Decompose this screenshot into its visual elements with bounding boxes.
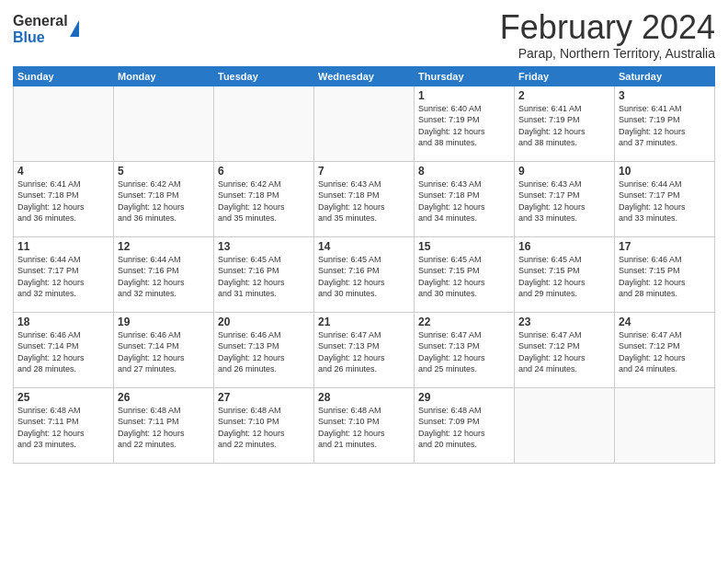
day-number: 14 bbox=[318, 240, 410, 253]
day-info: Sunrise: 6:47 AM Sunset: 7:13 PM Dayligh… bbox=[318, 329, 410, 375]
header-row: Sunday Monday Tuesday Wednesday Thursday… bbox=[14, 66, 715, 86]
logo-triangle-icon bbox=[70, 20, 79, 37]
table-cell bbox=[515, 387, 615, 463]
table-row: 25Sunrise: 6:48 AM Sunset: 7:11 PM Dayli… bbox=[14, 387, 715, 463]
table-cell: 4Sunrise: 6:41 AM Sunset: 7:18 PM Daylig… bbox=[14, 161, 114, 236]
day-number: 18 bbox=[17, 316, 109, 328]
table-cell: 14Sunrise: 6:45 AM Sunset: 7:16 PM Dayli… bbox=[314, 236, 415, 312]
day-number: 24 bbox=[619, 316, 711, 328]
day-info: Sunrise: 6:45 AM Sunset: 7:15 PM Dayligh… bbox=[518, 254, 610, 300]
day-number: 20 bbox=[218, 316, 310, 328]
calendar-page: General Blue February 2024 Parap, Northe… bbox=[0, 0, 728, 563]
table-cell: 27Sunrise: 6:48 AM Sunset: 7:10 PM Dayli… bbox=[214, 387, 314, 463]
day-info: Sunrise: 6:43 AM Sunset: 7:18 PM Dayligh… bbox=[418, 178, 510, 224]
day-number: 23 bbox=[518, 316, 610, 328]
day-number: 16 bbox=[518, 240, 610, 253]
day-info: Sunrise: 6:45 AM Sunset: 7:15 PM Dayligh… bbox=[418, 254, 510, 300]
table-cell: 15Sunrise: 6:45 AM Sunset: 7:15 PM Dayli… bbox=[415, 236, 515, 312]
table-cell: 2Sunrise: 6:41 AM Sunset: 7:19 PM Daylig… bbox=[515, 86, 615, 161]
table-row: 18Sunrise: 6:46 AM Sunset: 7:14 PM Dayli… bbox=[14, 312, 715, 387]
day-number: 4 bbox=[17, 165, 109, 178]
day-info: Sunrise: 6:44 AM Sunset: 7:16 PM Dayligh… bbox=[118, 254, 210, 300]
table-cell: 26Sunrise: 6:48 AM Sunset: 7:11 PM Dayli… bbox=[114, 387, 214, 463]
logo: General Blue bbox=[13, 13, 79, 45]
day-number: 28 bbox=[318, 391, 410, 404]
table-row: 4Sunrise: 6:41 AM Sunset: 7:18 PM Daylig… bbox=[14, 161, 715, 236]
col-wednesday: Wednesday bbox=[314, 66, 415, 86]
day-info: Sunrise: 6:46 AM Sunset: 7:14 PM Dayligh… bbox=[17, 329, 109, 375]
day-info: Sunrise: 6:44 AM Sunset: 7:17 PM Dayligh… bbox=[619, 178, 711, 224]
day-number: 13 bbox=[218, 240, 310, 253]
table-cell: 18Sunrise: 6:46 AM Sunset: 7:14 PM Dayli… bbox=[14, 312, 114, 387]
calendar-title: February 2024 bbox=[500, 9, 715, 46]
day-info: Sunrise: 6:47 AM Sunset: 7:12 PM Dayligh… bbox=[518, 329, 610, 375]
table-cell: 20Sunrise: 6:46 AM Sunset: 7:13 PM Dayli… bbox=[214, 312, 314, 387]
col-thursday: Thursday bbox=[415, 66, 515, 86]
title-section: February 2024 Parap, Northern Territory,… bbox=[500, 9, 715, 61]
table-row: 1Sunrise: 6:40 AM Sunset: 7:19 PM Daylig… bbox=[14, 86, 715, 161]
col-saturday: Saturday bbox=[615, 66, 715, 86]
day-info: Sunrise: 6:42 AM Sunset: 7:18 PM Dayligh… bbox=[118, 178, 210, 224]
table-cell: 29Sunrise: 6:48 AM Sunset: 7:09 PM Dayli… bbox=[415, 387, 515, 463]
table-cell bbox=[314, 86, 415, 161]
day-number: 17 bbox=[619, 240, 711, 253]
table-cell bbox=[114, 86, 214, 161]
day-info: Sunrise: 6:45 AM Sunset: 7:16 PM Dayligh… bbox=[218, 254, 310, 300]
day-number: 29 bbox=[418, 391, 510, 404]
logo-text: General Blue bbox=[13, 13, 68, 45]
day-number: 3 bbox=[619, 89, 711, 102]
table-cell: 17Sunrise: 6:46 AM Sunset: 7:15 PM Dayli… bbox=[615, 236, 715, 312]
table-cell bbox=[14, 86, 114, 161]
day-number: 26 bbox=[118, 391, 210, 404]
col-sunday: Sunday bbox=[14, 66, 114, 86]
day-info: Sunrise: 6:41 AM Sunset: 7:19 PM Dayligh… bbox=[518, 103, 610, 149]
day-info: Sunrise: 6:41 AM Sunset: 7:19 PM Dayligh… bbox=[619, 103, 711, 149]
table-row: 11Sunrise: 6:44 AM Sunset: 7:17 PM Dayli… bbox=[14, 236, 715, 312]
table-cell: 8Sunrise: 6:43 AM Sunset: 7:18 PM Daylig… bbox=[415, 161, 515, 236]
day-info: Sunrise: 6:46 AM Sunset: 7:13 PM Dayligh… bbox=[218, 329, 310, 375]
day-number: 15 bbox=[418, 240, 510, 253]
day-number: 19 bbox=[118, 316, 210, 328]
table-cell: 12Sunrise: 6:44 AM Sunset: 7:16 PM Dayli… bbox=[114, 236, 214, 312]
day-number: 6 bbox=[218, 165, 310, 178]
day-info: Sunrise: 6:48 AM Sunset: 7:10 PM Dayligh… bbox=[218, 405, 310, 451]
day-info: Sunrise: 6:46 AM Sunset: 7:14 PM Dayligh… bbox=[118, 329, 210, 375]
day-number: 5 bbox=[118, 165, 210, 178]
day-info: Sunrise: 6:43 AM Sunset: 7:18 PM Dayligh… bbox=[318, 178, 410, 224]
logo-blue: Blue bbox=[13, 29, 68, 46]
day-number: 1 bbox=[418, 89, 510, 102]
col-monday: Monday bbox=[114, 66, 214, 86]
table-cell: 1Sunrise: 6:40 AM Sunset: 7:19 PM Daylig… bbox=[415, 86, 515, 161]
table-cell: 7Sunrise: 6:43 AM Sunset: 7:18 PM Daylig… bbox=[314, 161, 415, 236]
day-number: 22 bbox=[418, 316, 510, 328]
day-number: 9 bbox=[518, 165, 610, 178]
table-cell: 21Sunrise: 6:47 AM Sunset: 7:13 PM Dayli… bbox=[314, 312, 415, 387]
day-number: 7 bbox=[318, 165, 410, 178]
day-info: Sunrise: 6:48 AM Sunset: 7:11 PM Dayligh… bbox=[118, 405, 210, 451]
day-number: 11 bbox=[17, 240, 109, 253]
col-tuesday: Tuesday bbox=[214, 66, 314, 86]
table-cell: 11Sunrise: 6:44 AM Sunset: 7:17 PM Dayli… bbox=[14, 236, 114, 312]
day-number: 8 bbox=[418, 165, 510, 178]
table-cell: 16Sunrise: 6:45 AM Sunset: 7:15 PM Dayli… bbox=[515, 236, 615, 312]
day-info: Sunrise: 6:47 AM Sunset: 7:13 PM Dayligh… bbox=[418, 329, 510, 375]
day-info: Sunrise: 6:47 AM Sunset: 7:12 PM Dayligh… bbox=[619, 329, 711, 375]
day-info: Sunrise: 6:48 AM Sunset: 7:09 PM Dayligh… bbox=[418, 405, 510, 451]
day-info: Sunrise: 6:41 AM Sunset: 7:18 PM Dayligh… bbox=[17, 178, 109, 224]
day-number: 21 bbox=[318, 316, 410, 328]
table-cell: 3Sunrise: 6:41 AM Sunset: 7:19 PM Daylig… bbox=[615, 86, 715, 161]
day-info: Sunrise: 6:43 AM Sunset: 7:17 PM Dayligh… bbox=[518, 178, 610, 224]
table-cell: 28Sunrise: 6:48 AM Sunset: 7:10 PM Dayli… bbox=[314, 387, 415, 463]
table-cell: 25Sunrise: 6:48 AM Sunset: 7:11 PM Dayli… bbox=[14, 387, 114, 463]
day-number: 27 bbox=[218, 391, 310, 404]
table-cell: 22Sunrise: 6:47 AM Sunset: 7:13 PM Dayli… bbox=[415, 312, 515, 387]
col-friday: Friday bbox=[515, 66, 615, 86]
table-cell bbox=[214, 86, 314, 161]
table-cell: 13Sunrise: 6:45 AM Sunset: 7:16 PM Dayli… bbox=[214, 236, 314, 312]
day-info: Sunrise: 6:48 AM Sunset: 7:11 PM Dayligh… bbox=[17, 405, 109, 451]
table-cell: 19Sunrise: 6:46 AM Sunset: 7:14 PM Dayli… bbox=[114, 312, 214, 387]
day-info: Sunrise: 6:48 AM Sunset: 7:10 PM Dayligh… bbox=[318, 405, 410, 451]
day-number: 2 bbox=[518, 89, 610, 102]
calendar-subtitle: Parap, Northern Territory, Australia bbox=[500, 46, 715, 61]
day-info: Sunrise: 6:46 AM Sunset: 7:15 PM Dayligh… bbox=[619, 254, 711, 300]
